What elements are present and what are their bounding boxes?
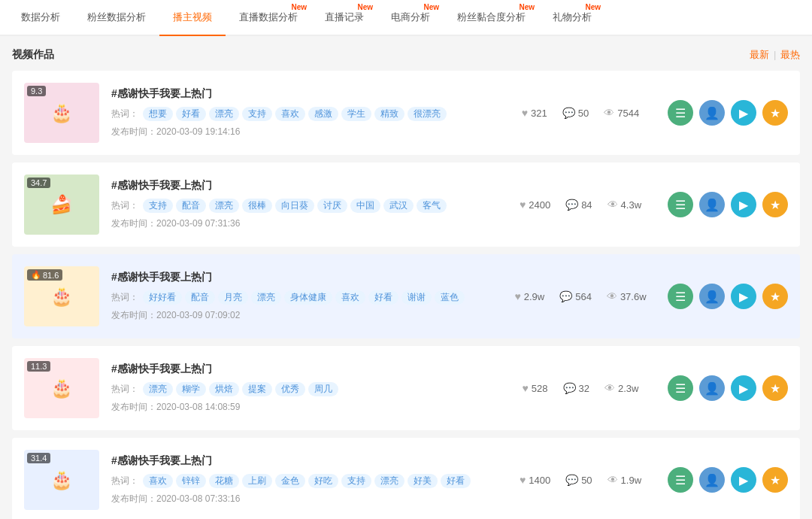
list-button-1[interactable]: ☰ xyxy=(668,192,693,217)
tag-0-8[interactable]: 很漂亮 xyxy=(408,107,447,121)
tag-4-4[interactable]: 金色 xyxy=(275,474,305,488)
comments-value-0: 50 xyxy=(578,108,589,119)
tag-1-4[interactable]: 向日葵 xyxy=(275,199,314,213)
video-card-1: 🍰34.7#感谢快手我要上热门热词：支持配音漂亮很棒向日葵讨厌中国武汉客气发布时… xyxy=(12,162,800,247)
tag-0-4[interactable]: 喜欢 xyxy=(275,107,305,121)
views-icon-4: 👁 xyxy=(607,474,618,486)
nav-item-gift[interactable]: 礼物分析New xyxy=(539,0,605,35)
tag-3-1[interactable]: 糊学 xyxy=(176,382,206,396)
tag-2-2[interactable]: 月亮 xyxy=(218,290,248,305)
play-button-3[interactable]: ▶ xyxy=(731,375,756,401)
tag-3-5[interactable]: 周几 xyxy=(308,382,338,396)
fans-button-2[interactable]: 👤 xyxy=(699,284,725,309)
navigation-bar: 数据分析粉丝数据分析播主视频直播数据分析New直播记录New电商分析New粉丝黏… xyxy=(0,0,812,36)
tag-2-7[interactable]: 谢谢 xyxy=(401,290,432,305)
video-stats-2: ♥2.9w💬564👁37.6w xyxy=(505,290,656,302)
tag-2-1[interactable]: 配音 xyxy=(185,290,215,305)
video-stats-3: ♥528💬32👁2.3w xyxy=(505,382,656,394)
play-button-4[interactable]: ▶ xyxy=(731,467,756,493)
fans-button-0[interactable]: 👤 xyxy=(699,100,725,126)
fans-button-4[interactable]: 👤 xyxy=(699,467,725,493)
star-button-4[interactable]: ★ xyxy=(762,467,788,493)
tag-0-1[interactable]: 好看 xyxy=(176,107,206,121)
video-title-1: #感谢快手我要上热门 xyxy=(111,179,493,193)
tag-2-3[interactable]: 漂亮 xyxy=(251,290,281,305)
tag-1-1[interactable]: 配音 xyxy=(176,199,206,213)
tag-1-3[interactable]: 很棒 xyxy=(242,199,272,213)
tag-4-5[interactable]: 好吃 xyxy=(308,474,338,488)
tag-2-0[interactable]: 好好看 xyxy=(143,290,182,305)
nav-item-data-analysis[interactable]: 数据分析 xyxy=(8,0,74,35)
thumbnail-1[interactable]: 🍰34.7 xyxy=(24,175,99,235)
list-button-3[interactable]: ☰ xyxy=(668,375,693,401)
nav-item-live-data[interactable]: 直播数据分析New xyxy=(226,0,311,35)
tag-4-7[interactable]: 漂亮 xyxy=(374,474,404,488)
tag-1-8[interactable]: 客气 xyxy=(417,199,447,213)
tag-4-8[interactable]: 好美 xyxy=(408,474,438,488)
nav-item-fans-loyalty[interactable]: 粉丝黏合度分析New xyxy=(444,0,539,35)
nav-item-fans-data[interactable]: 粉丝数据分析 xyxy=(74,0,159,35)
tag-4-0[interactable]: 喜欢 xyxy=(143,474,173,488)
new-badge-live-data: New xyxy=(291,3,307,11)
tag-4-6[interactable]: 支持 xyxy=(341,474,371,488)
tag-4-2[interactable]: 花糖 xyxy=(209,474,239,488)
star-button-1[interactable]: ★ xyxy=(762,192,788,217)
star-button-3[interactable]: ★ xyxy=(762,375,788,401)
list-button-2[interactable]: ☰ xyxy=(668,284,693,309)
thumbnail-3[interactable]: 🎂11.3 xyxy=(24,358,99,418)
tag-3-2[interactable]: 烘焙 xyxy=(209,382,239,396)
play-button-2[interactable]: ▶ xyxy=(731,284,756,309)
publish-time-2: 发布时间：2020-03-09 07:09:02 xyxy=(111,309,493,322)
publish-time-4: 发布时间：2020-03-08 07:33:16 xyxy=(111,493,493,505)
tag-4-1[interactable]: 锌锌 xyxy=(176,474,206,488)
star-button-2[interactable]: ★ xyxy=(762,284,788,309)
tag-0-2[interactable]: 漂亮 xyxy=(209,107,239,121)
fire-icon-2: 🔥 xyxy=(31,270,41,280)
tag-2-6[interactable]: 好看 xyxy=(368,290,398,305)
thumbnail-2[interactable]: 🎂🔥81.6 xyxy=(24,266,99,326)
nav-item-ecommerce[interactable]: 电商分析New xyxy=(377,0,444,35)
tag-1-6[interactable]: 中国 xyxy=(350,199,380,213)
tag-2-4[interactable]: 身体健康 xyxy=(284,290,332,305)
new-badge-gift: New xyxy=(585,3,601,11)
play-button-1[interactable]: ▶ xyxy=(731,192,756,217)
views-value-4: 1.9w xyxy=(621,475,641,486)
sort-newest[interactable]: 最新 xyxy=(750,49,769,60)
tag-1-0[interactable]: 支持 xyxy=(143,199,173,213)
fans-button-1[interactable]: 👤 xyxy=(699,192,725,217)
views-icon-3: 👁 xyxy=(604,382,615,394)
thumbnail-4[interactable]: 🎂31.4 xyxy=(24,450,99,510)
nav-item-live-record[interactable]: 直播记录New xyxy=(311,0,377,35)
sort-hottest[interactable]: 最热 xyxy=(780,49,800,60)
tag-3-3[interactable]: 提案 xyxy=(242,382,272,396)
views-stat-3: 👁2.3w xyxy=(604,382,638,394)
thumbnail-0[interactable]: 🎂9.3 xyxy=(24,83,99,143)
fans-button-3[interactable]: 👤 xyxy=(699,375,725,401)
tag-4-3[interactable]: 上刷 xyxy=(242,474,272,488)
tag-0-5[interactable]: 感激 xyxy=(308,107,338,121)
tag-1-2[interactable]: 漂亮 xyxy=(209,199,239,213)
tag-0-3[interactable]: 支持 xyxy=(242,107,272,121)
list-button-0[interactable]: ☰ xyxy=(668,100,693,126)
comments-value-4: 50 xyxy=(581,475,592,486)
tag-3-4[interactable]: 优秀 xyxy=(275,382,305,396)
tag-0-6[interactable]: 学生 xyxy=(341,107,371,121)
play-button-0[interactable]: ▶ xyxy=(731,100,756,126)
star-button-0[interactable]: ★ xyxy=(762,100,788,126)
score-badge-4: 31.4 xyxy=(27,453,50,463)
tag-1-7[interactable]: 武汉 xyxy=(383,199,414,213)
tag-4-9[interactable]: 好看 xyxy=(441,474,471,488)
tag-2-5[interactable]: 喜欢 xyxy=(335,290,365,305)
tag-2-8[interactable]: 蓝色 xyxy=(435,290,465,305)
video-info-0: #感谢快手我要上热门热词：想要好看漂亮支持喜欢感激学生精致很漂亮发布时间：202… xyxy=(111,87,493,138)
views-stat-4: 👁1.9w xyxy=(607,474,641,486)
tag-0-0[interactable]: 想要 xyxy=(143,107,173,121)
tag-1-5[interactable]: 讨厌 xyxy=(317,199,347,213)
sort-divider: | xyxy=(774,49,776,60)
nav-item-anchor-video[interactable]: 播主视频 xyxy=(159,0,226,36)
views-stat-1: 👁4.3w xyxy=(607,199,641,211)
hot-label-2: 热词： xyxy=(111,291,138,304)
tag-3-0[interactable]: 漂亮 xyxy=(143,382,173,396)
list-button-4[interactable]: ☰ xyxy=(668,467,693,493)
tag-0-7[interactable]: 精致 xyxy=(374,107,404,121)
